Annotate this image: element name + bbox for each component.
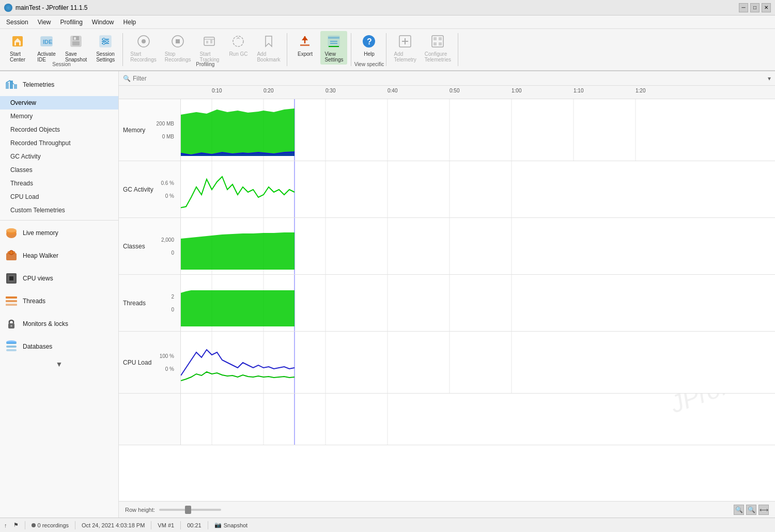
telemetries-category[interactable]: Telemetries [0, 73, 118, 96]
title-bar: mainTest - JProfiler 11.1.5 ─ □ ✕ [0, 0, 775, 15]
monitors-locks-category[interactable]: Monitors & locks [0, 312, 118, 335]
memory-chart-name: Memory [123, 127, 176, 134]
gc-icon [230, 33, 246, 50]
sidebar-item-threads[interactable]: Threads [0, 177, 118, 190]
row-height-slider-track [159, 509, 221, 511]
menu-help[interactable]: Help [119, 18, 141, 27]
status-flag: ⚑ [13, 522, 19, 528]
menu-session[interactable]: Session [2, 18, 33, 27]
sidebar-item-recorded-throughput[interactable]: Recorded Throughput [0, 136, 118, 150]
cpu-y-min: 0 % [165, 366, 176, 372]
add-bookmark-label: AddBookmark [257, 51, 280, 62]
toolbar-group-help: ? Help View specific [351, 31, 386, 68]
export-button[interactable]: Export [291, 31, 318, 59]
classes-y-max: 2,000 [161, 237, 176, 243]
session-settings-button[interactable]: SessionSettings [92, 31, 119, 65]
threads-category[interactable]: Threads [0, 290, 118, 312]
svg-point-45 [6, 228, 17, 232]
configure-telemetries-button[interactable]: ConfigureTelemetries [422, 31, 454, 65]
filter-bar: 🔍 ▾ [119, 71, 775, 86]
sidebar-item-classes[interactable]: Classes [0, 163, 118, 177]
content-area: 🔍 ▾ 0:10 0:20 0:30 0:40 0:50 1:00 1:10 1… [119, 71, 775, 518]
sidebar-item-memory[interactable]: Memory [0, 109, 118, 123]
run-gc-button[interactable]: Run GC [225, 31, 252, 59]
telemetries-label: Telemetries [23, 81, 54, 88]
view-settings-button[interactable]: ViewSettings [320, 31, 347, 65]
databases-category[interactable]: Databases [0, 335, 118, 358]
memory-canvas[interactable] [181, 99, 775, 161]
menu-profiling[interactable]: Profiling [56, 18, 87, 27]
zoom-in-button[interactable]: 🔍 [734, 505, 744, 515]
start-tracking-button[interactable]: StartTracking [196, 31, 223, 65]
menu-window[interactable]: Window [88, 18, 118, 27]
add-telemetry-button[interactable]: AddTelemetry [391, 31, 419, 65]
toolbar: StartCenter IDE ActivateIDE SaveSnapsho [0, 29, 775, 71]
session-settings-label: SessionSettings [96, 51, 115, 62]
row-height-slider-thumb[interactable] [185, 506, 191, 514]
gc-y-max: 0.6 % [161, 180, 176, 186]
stop-recordings-button[interactable]: StopRecordings [162, 31, 194, 65]
sidebar-item-cpu-load[interactable]: CPU Load [0, 190, 118, 204]
add-bookmark-button[interactable]: AddBookmark [254, 31, 283, 65]
svg-rect-38 [433, 42, 437, 45]
toolbar-group-export: Export ViewSettings [287, 31, 351, 68]
ruler-tick-1:10: 1:10 [574, 88, 583, 93]
toolbar-group-session: StartCenter IDE ActivateIDE SaveSnapsho [0, 31, 123, 68]
zoom-out-button[interactable]: 🔍 [746, 505, 756, 515]
monitors-locks-icon [4, 317, 19, 331]
filter-input[interactable] [133, 75, 768, 82]
tracking-icon [201, 33, 218, 50]
ruler-tick-0:30: 0:30 [326, 88, 335, 93]
cpu-views-category[interactable]: CPU views [0, 267, 118, 290]
classes-canvas[interactable] [181, 218, 775, 274]
sidebar-item-custom-telemetries[interactable]: Custom Telemetries [0, 204, 118, 217]
threads-canvas[interactable] [181, 275, 775, 331]
heap-walker-category[interactable]: Heap Walker [0, 244, 118, 267]
svg-text:IDE: IDE [43, 39, 52, 45]
svg-rect-37 [439, 37, 442, 40]
activate-ide-button[interactable]: IDE ActivateIDE [33, 31, 60, 65]
save-snapshot-button[interactable]: SaveSnapshot [62, 31, 90, 65]
gc-y-min: 0 % [165, 193, 176, 199]
threads-chart-row: 2 Threads 0 [119, 275, 775, 332]
menu-bar: Session View Profiling Window Help [0, 15, 775, 29]
databases-label: Databases [23, 343, 52, 350]
maximize-button[interactable]: □ [750, 3, 760, 12]
start-recordings-icon [135, 33, 152, 50]
svg-point-16 [142, 39, 146, 43]
app-icon [4, 4, 12, 12]
zoom-controls: 🔍 🔍 ⟷ [734, 505, 769, 515]
svg-point-65 [10, 325, 12, 327]
svg-point-14 [103, 42, 105, 44]
minimize-button[interactable]: ─ [739, 3, 748, 12]
configure-telemetries-label: ConfigureTelemetries [425, 51, 451, 62]
help-button[interactable]: ? Help [355, 31, 382, 59]
title-bar-controls[interactable]: ─ □ ✕ [739, 3, 771, 12]
live-memory-icon [4, 226, 19, 240]
start-center-button[interactable]: StartCenter [4, 31, 31, 65]
cpu-canvas[interactable] [181, 332, 775, 393]
sidebar-item-recorded-objects[interactable]: Recorded Objects [0, 123, 118, 136]
telemetries-icon [4, 77, 19, 92]
svg-rect-24 [300, 44, 309, 46]
monitors-locks-label: Monitors & locks [23, 320, 68, 327]
sidebar-expand-button[interactable]: ▼ [0, 358, 118, 370]
fit-button[interactable]: ⟷ [758, 505, 769, 515]
ruler-ticks: 0:10 0:20 0:30 0:40 0:50 1:00 1:10 1:20 [181, 86, 775, 99]
databases-icon [4, 339, 19, 354]
gc-canvas[interactable] [181, 161, 775, 217]
sidebar-item-gc-activity[interactable]: GC Activity [0, 150, 118, 163]
run-gc-label: Run GC [229, 51, 247, 57]
svg-rect-52 [9, 276, 13, 280]
time-text: 00:21 [187, 522, 202, 528]
cpu-chart-name: CPU Load [123, 359, 176, 366]
stop-recordings-label: StopRecordings [165, 51, 191, 62]
filter-dropdown[interactable]: ▾ [768, 75, 771, 82]
svg-point-69 [6, 340, 17, 343]
sidebar-item-overview[interactable]: Overview [0, 96, 118, 109]
charts-inner: JProfiler 200 MB Memory 0 MB [119, 99, 775, 445]
live-memory-category[interactable]: Live memory [0, 222, 118, 244]
close-button[interactable]: ✕ [762, 3, 771, 12]
start-recordings-button[interactable]: StartRecordings [127, 31, 160, 65]
menu-view[interactable]: View [34, 18, 55, 27]
